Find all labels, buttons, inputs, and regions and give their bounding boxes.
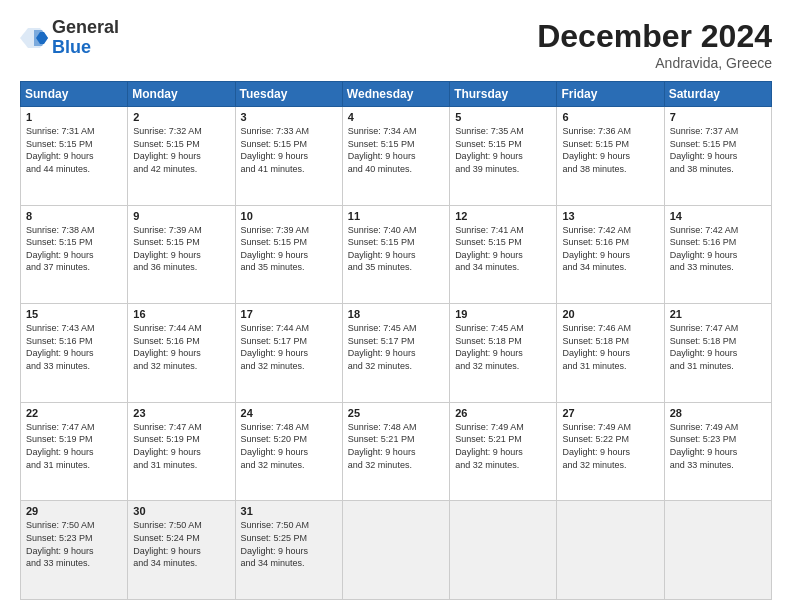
calendar-cell: 27Sunrise: 7:49 AMSunset: 5:22 PMDayligh… [557,402,664,501]
calendar-cell: 17Sunrise: 7:44 AMSunset: 5:17 PMDayligh… [235,304,342,403]
calendar-cell: 31Sunrise: 7:50 AMSunset: 5:25 PMDayligh… [235,501,342,600]
calendar-cell: 3Sunrise: 7:33 AMSunset: 5:15 PMDaylight… [235,107,342,206]
day-info: Sunrise: 7:49 AMSunset: 5:23 PMDaylight:… [670,421,766,471]
day-info: Sunrise: 7:39 AMSunset: 5:15 PMDaylight:… [241,224,337,274]
day-number: 12 [455,210,551,222]
calendar-cell: 24Sunrise: 7:48 AMSunset: 5:20 PMDayligh… [235,402,342,501]
calendar-cell [450,501,557,600]
calendar-cell: 29Sunrise: 7:50 AMSunset: 5:23 PMDayligh… [21,501,128,600]
day-info: Sunrise: 7:44 AMSunset: 5:17 PMDaylight:… [241,322,337,372]
calendar-cell [664,501,771,600]
calendar-table: SundayMondayTuesdayWednesdayThursdayFrid… [20,81,772,600]
day-number: 9 [133,210,229,222]
day-number: 25 [348,407,444,419]
day-info: Sunrise: 7:46 AMSunset: 5:18 PMDaylight:… [562,322,658,372]
day-info: Sunrise: 7:43 AMSunset: 5:16 PMDaylight:… [26,322,122,372]
calendar-cell: 25Sunrise: 7:48 AMSunset: 5:21 PMDayligh… [342,402,449,501]
day-number: 19 [455,308,551,320]
day-number: 7 [670,111,766,123]
weekday-header: Tuesday [235,82,342,107]
calendar-cell: 15Sunrise: 7:43 AMSunset: 5:16 PMDayligh… [21,304,128,403]
day-info: Sunrise: 7:42 AMSunset: 5:16 PMDaylight:… [670,224,766,274]
day-info: Sunrise: 7:44 AMSunset: 5:16 PMDaylight:… [133,322,229,372]
calendar-cell: 16Sunrise: 7:44 AMSunset: 5:16 PMDayligh… [128,304,235,403]
day-info: Sunrise: 7:50 AMSunset: 5:24 PMDaylight:… [133,519,229,569]
calendar-cell: 4Sunrise: 7:34 AMSunset: 5:15 PMDaylight… [342,107,449,206]
day-number: 8 [26,210,122,222]
calendar-cell [557,501,664,600]
logo: General Blue [20,18,119,58]
day-info: Sunrise: 7:48 AMSunset: 5:20 PMDaylight:… [241,421,337,471]
day-number: 13 [562,210,658,222]
day-number: 6 [562,111,658,123]
calendar-cell: 9Sunrise: 7:39 AMSunset: 5:15 PMDaylight… [128,205,235,304]
day-info: Sunrise: 7:47 AMSunset: 5:19 PMDaylight:… [26,421,122,471]
day-info: Sunrise: 7:48 AMSunset: 5:21 PMDaylight:… [348,421,444,471]
day-info: Sunrise: 7:42 AMSunset: 5:16 PMDaylight:… [562,224,658,274]
day-info: Sunrise: 7:37 AMSunset: 5:15 PMDaylight:… [670,125,766,175]
calendar-cell: 8Sunrise: 7:38 AMSunset: 5:15 PMDaylight… [21,205,128,304]
logo-general: General [52,18,119,38]
calendar-cell: 20Sunrise: 7:46 AMSunset: 5:18 PMDayligh… [557,304,664,403]
weekday-header: Sunday [21,82,128,107]
calendar-cell: 10Sunrise: 7:39 AMSunset: 5:15 PMDayligh… [235,205,342,304]
day-number: 11 [348,210,444,222]
logo-text: General Blue [52,18,119,58]
day-info: Sunrise: 7:40 AMSunset: 5:15 PMDaylight:… [348,224,444,274]
calendar-cell: 22Sunrise: 7:47 AMSunset: 5:19 PMDayligh… [21,402,128,501]
weekday-header: Monday [128,82,235,107]
weekday-header: Thursday [450,82,557,107]
day-info: Sunrise: 7:47 AMSunset: 5:18 PMDaylight:… [670,322,766,372]
header: General Blue December 2024 Andravida, Gr… [20,18,772,71]
day-info: Sunrise: 7:34 AMSunset: 5:15 PMDaylight:… [348,125,444,175]
weekday-header: Wednesday [342,82,449,107]
day-number: 21 [670,308,766,320]
day-number: 24 [241,407,337,419]
day-info: Sunrise: 7:39 AMSunset: 5:15 PMDaylight:… [133,224,229,274]
calendar-cell: 21Sunrise: 7:47 AMSunset: 5:18 PMDayligh… [664,304,771,403]
day-number: 22 [26,407,122,419]
day-number: 30 [133,505,229,517]
day-info: Sunrise: 7:31 AMSunset: 5:15 PMDaylight:… [26,125,122,175]
location: Andravida, Greece [537,55,772,71]
day-number: 29 [26,505,122,517]
page: General Blue December 2024 Andravida, Gr… [0,0,792,612]
day-info: Sunrise: 7:49 AMSunset: 5:22 PMDaylight:… [562,421,658,471]
day-number: 4 [348,111,444,123]
day-number: 31 [241,505,337,517]
calendar-cell: 5Sunrise: 7:35 AMSunset: 5:15 PMDaylight… [450,107,557,206]
calendar-cell: 1Sunrise: 7:31 AMSunset: 5:15 PMDaylight… [21,107,128,206]
day-info: Sunrise: 7:50 AMSunset: 5:23 PMDaylight:… [26,519,122,569]
title-block: December 2024 Andravida, Greece [537,18,772,71]
day-info: Sunrise: 7:49 AMSunset: 5:21 PMDaylight:… [455,421,551,471]
calendar-cell: 7Sunrise: 7:37 AMSunset: 5:15 PMDaylight… [664,107,771,206]
day-number: 1 [26,111,122,123]
day-number: 28 [670,407,766,419]
day-info: Sunrise: 7:50 AMSunset: 5:25 PMDaylight:… [241,519,337,569]
calendar-cell: 2Sunrise: 7:32 AMSunset: 5:15 PMDaylight… [128,107,235,206]
calendar-cell: 13Sunrise: 7:42 AMSunset: 5:16 PMDayligh… [557,205,664,304]
day-info: Sunrise: 7:35 AMSunset: 5:15 PMDaylight:… [455,125,551,175]
calendar-cell: 18Sunrise: 7:45 AMSunset: 5:17 PMDayligh… [342,304,449,403]
calendar-cell: 11Sunrise: 7:40 AMSunset: 5:15 PMDayligh… [342,205,449,304]
day-info: Sunrise: 7:32 AMSunset: 5:15 PMDaylight:… [133,125,229,175]
day-info: Sunrise: 7:45 AMSunset: 5:18 PMDaylight:… [455,322,551,372]
calendar-cell: 30Sunrise: 7:50 AMSunset: 5:24 PMDayligh… [128,501,235,600]
day-number: 15 [26,308,122,320]
day-number: 23 [133,407,229,419]
day-number: 27 [562,407,658,419]
weekday-header: Saturday [664,82,771,107]
day-number: 10 [241,210,337,222]
calendar-cell: 6Sunrise: 7:36 AMSunset: 5:15 PMDaylight… [557,107,664,206]
calendar-cell: 19Sunrise: 7:45 AMSunset: 5:18 PMDayligh… [450,304,557,403]
weekday-header: Friday [557,82,664,107]
calendar-cell: 26Sunrise: 7:49 AMSunset: 5:21 PMDayligh… [450,402,557,501]
day-number: 26 [455,407,551,419]
month-year: December 2024 [537,18,772,55]
day-info: Sunrise: 7:41 AMSunset: 5:15 PMDaylight:… [455,224,551,274]
day-number: 5 [455,111,551,123]
day-info: Sunrise: 7:38 AMSunset: 5:15 PMDaylight:… [26,224,122,274]
calendar-cell: 28Sunrise: 7:49 AMSunset: 5:23 PMDayligh… [664,402,771,501]
day-number: 3 [241,111,337,123]
day-info: Sunrise: 7:36 AMSunset: 5:15 PMDaylight:… [562,125,658,175]
